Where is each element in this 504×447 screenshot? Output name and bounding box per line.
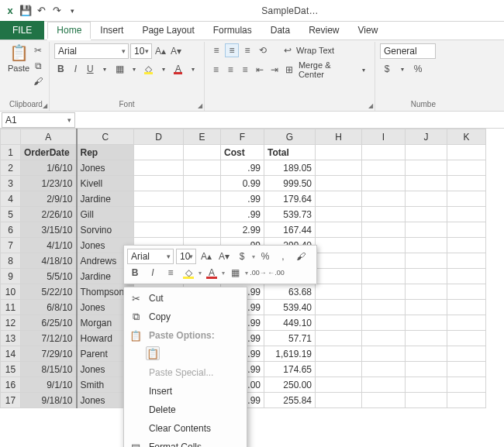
cell[interactable]: 1/6/10: [21, 160, 77, 176]
menu-insert[interactable]: Insert: [124, 382, 247, 401]
mini-font-name[interactable]: Arial: [127, 249, 174, 264]
cell[interactable]: 1/23/10: [21, 176, 77, 191]
cell[interactable]: [447, 269, 486, 284]
cell[interactable]: [362, 377, 406, 393]
cell[interactable]: Jardine: [77, 191, 134, 207]
align-right-icon[interactable]: ≡: [239, 63, 252, 77]
cell[interactable]: [316, 191, 362, 207]
underline-button[interactable]: U: [84, 62, 97, 76]
mini-comma-icon[interactable]: ,: [275, 249, 291, 264]
cell[interactable]: [134, 222, 184, 238]
increase-indent-icon[interactable]: ⇥: [268, 63, 281, 77]
cell[interactable]: [316, 315, 362, 331]
cell[interactable]: [184, 160, 221, 176]
col-header-J[interactable]: J: [406, 129, 447, 145]
cell[interactable]: 3/15/10: [21, 222, 77, 238]
mini-shrink-font-icon[interactable]: A▾: [216, 249, 232, 264]
cell[interactable]: 250.00: [264, 377, 316, 393]
cell[interactable]: [406, 160, 447, 176]
column-header-row[interactable]: A C D E F G H I J K: [1, 129, 486, 145]
mini-align-center-icon[interactable]: ≡: [163, 265, 178, 280]
row-header[interactable]: 4: [1, 191, 21, 207]
cell[interactable]: 9/18/10: [21, 393, 77, 408]
mini-border-icon[interactable]: ▦: [227, 265, 243, 280]
cell[interactable]: 8/15/10: [21, 362, 77, 377]
table-row[interactable]: 63/15/10Sorvino2.99167.44: [1, 222, 486, 238]
fill-dd-icon[interactable]: ▾: [157, 62, 170, 76]
cell[interactable]: Gill: [77, 207, 134, 222]
cell[interactable]: [316, 269, 362, 284]
col-header-D[interactable]: D: [134, 129, 184, 145]
cell[interactable]: [447, 393, 486, 408]
row-header[interactable]: 13: [1, 331, 21, 346]
cell[interactable]: [134, 191, 184, 207]
col-header-C[interactable]: C: [77, 129, 134, 145]
dialog-launcher-icon[interactable]: ◢: [43, 102, 47, 109]
row-header[interactable]: 16: [1, 377, 21, 393]
cell[interactable]: 999.50: [264, 176, 316, 191]
cell[interactable]: [362, 362, 406, 377]
cell[interactable]: [406, 269, 447, 284]
cell[interactable]: Rep: [77, 145, 134, 160]
col-header-A[interactable]: A: [21, 129, 77, 145]
currency-icon[interactable]: $: [380, 62, 394, 76]
mini-increase-decimal-icon[interactable]: .00→: [250, 265, 266, 280]
row-header[interactable]: 12: [1, 315, 21, 331]
cell[interactable]: [362, 238, 406, 253]
cell[interactable]: 189.05: [264, 160, 316, 176]
number-format-combo[interactable]: General: [380, 43, 436, 59]
cell[interactable]: [184, 222, 221, 238]
mini-bold-button[interactable]: B: [127, 265, 143, 280]
cell[interactable]: 6/25/10: [21, 315, 77, 331]
cell[interactable]: [362, 393, 406, 408]
cell[interactable]: [406, 331, 447, 346]
column-context-menu[interactable]: ✂Cut ⧉Copy 📋Paste Options: 📋 Paste Speci…: [123, 287, 247, 447]
cell[interactable]: OrderDate: [21, 145, 77, 160]
row-header[interactable]: 6: [1, 222, 21, 238]
mini-toolbar[interactable]: Arial 10 A▴ A▾ $ ▾ % , 🖌 B I ≡ ◇ ▾ A ▾ ▦…: [123, 245, 317, 284]
border-icon[interactable]: ▦: [113, 62, 126, 76]
cell[interactable]: [406, 393, 447, 408]
menu-clear-contents[interactable]: Clear Contents: [124, 419, 247, 438]
cell[interactable]: 539.73: [264, 207, 316, 222]
cell[interactable]: [362, 315, 406, 331]
cell[interactable]: [316, 377, 362, 393]
select-all-corner[interactable]: [1, 129, 21, 145]
tab-home[interactable]: Home: [47, 22, 91, 40]
mini-percent-icon[interactable]: %: [257, 249, 273, 264]
table-row[interactable]: 1 OrderDate Rep Cost Total: [1, 145, 486, 160]
cell[interactable]: [447, 300, 486, 315]
fill-color-icon[interactable]: ◇: [142, 62, 155, 76]
cell[interactable]: [362, 300, 406, 315]
cell[interactable]: [316, 393, 362, 408]
tab-page-layout[interactable]: Page Layout: [133, 22, 203, 40]
row-header[interactable]: 9: [1, 269, 21, 284]
col-header-I[interactable]: I: [362, 129, 406, 145]
cell[interactable]: [316, 300, 362, 315]
cell[interactable]: [134, 160, 184, 176]
mini-font-size[interactable]: 10: [176, 249, 196, 264]
tab-data[interactable]: Data: [261, 22, 299, 40]
mini-decrease-decimal-icon[interactable]: ←.00: [268, 265, 284, 280]
cell[interactable]: [447, 331, 486, 346]
cell[interactable]: [447, 160, 486, 176]
row-header[interactable]: 15: [1, 362, 21, 377]
format-painter-icon[interactable]: 🖌: [31, 74, 45, 88]
wrap-text-label[interactable]: Wrap Text: [296, 46, 334, 55]
cell[interactable]: Total: [264, 145, 316, 160]
cell[interactable]: [447, 315, 486, 331]
mini-italic-button[interactable]: I: [145, 265, 161, 280]
row-header[interactable]: 11: [1, 300, 21, 315]
cell[interactable]: 63.68: [264, 284, 316, 300]
cell[interactable]: [184, 191, 221, 207]
cell[interactable]: 2/9/10: [21, 191, 77, 207]
cell[interactable]: [406, 222, 447, 238]
cell[interactable]: [362, 207, 406, 222]
cell[interactable]: Cost: [221, 145, 264, 160]
tab-review[interactable]: Review: [299, 22, 348, 40]
cell[interactable]: [362, 346, 406, 362]
cell[interactable]: 9/1/10: [21, 377, 77, 393]
cell[interactable]: 6/8/10: [21, 300, 77, 315]
cell[interactable]: 2.99: [221, 222, 264, 238]
tab-formulas[interactable]: Formulas: [204, 22, 261, 40]
